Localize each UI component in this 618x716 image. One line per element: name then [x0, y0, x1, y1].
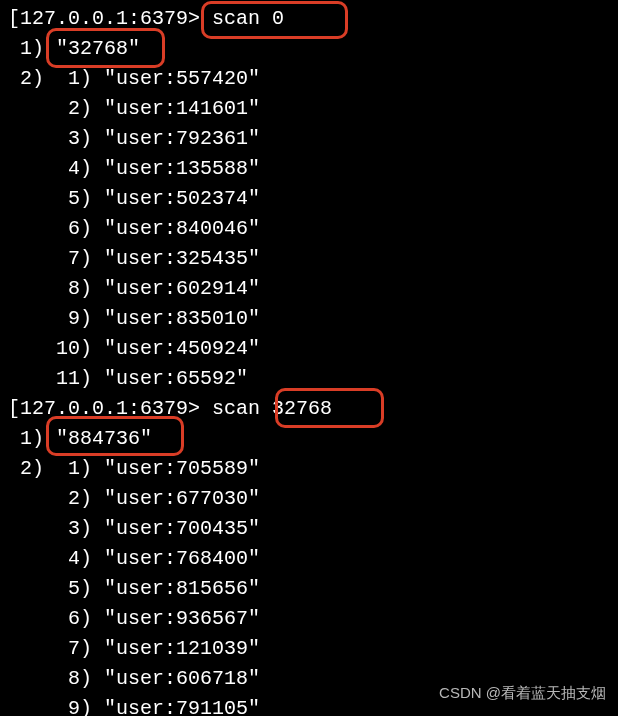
prompt-line: [127.0.0.1:6379> scan 0	[0, 4, 618, 34]
result-line: 7) "user:325435"	[0, 244, 618, 274]
result-line: 6) "user:840046"	[0, 214, 618, 244]
result-line: 2) "user:677030"	[0, 484, 618, 514]
result-line: 3) "user:700435"	[0, 514, 618, 544]
result-line: 2) 1) "user:705589"	[0, 454, 618, 484]
result-line: 3) "user:792361"	[0, 124, 618, 154]
result-line: 5) "user:815656"	[0, 574, 618, 604]
result-line: 5) "user:502374"	[0, 184, 618, 214]
result-line: 2) "user:141601"	[0, 94, 618, 124]
result-line: 2) 1) "user:557420"	[0, 64, 618, 94]
cursor-line: 1) "884736"	[0, 424, 618, 454]
result-line: 8) "user:602914"	[0, 274, 618, 304]
watermark: CSDN @看着蓝天抽支烟	[439, 682, 606, 705]
result-line: 11) "user:65592"	[0, 364, 618, 394]
result-line: 10) "user:450924"	[0, 334, 618, 364]
result-line: 4) "user:135588"	[0, 154, 618, 184]
result-line: 9) "user:835010"	[0, 304, 618, 334]
result-line: 7) "user:121039"	[0, 634, 618, 664]
terminal-output: [127.0.0.1:6379> scan 0 1) "32768" 2) 1)…	[0, 4, 618, 716]
result-line: 6) "user:936567"	[0, 604, 618, 634]
cursor-line: 1) "32768"	[0, 34, 618, 64]
prompt-line: [127.0.0.1:6379> scan 32768	[0, 394, 618, 424]
result-line: 4) "user:768400"	[0, 544, 618, 574]
